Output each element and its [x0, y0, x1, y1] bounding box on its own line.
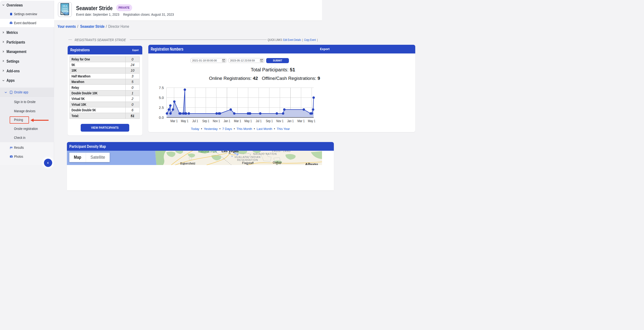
svg-text:National Park: National Park [198, 151, 217, 153]
svg-text:Jul 1: Jul 1 [256, 119, 262, 123]
svg-text:0.0: 0.0 [159, 116, 164, 119]
svg-text:Jan 1: Jan 1 [287, 119, 294, 123]
svg-text:Mar 1: Mar 1 [297, 119, 304, 123]
svg-text:Jan 1: Jan 1 [224, 119, 230, 123]
svg-text:2.5: 2.5 [159, 106, 164, 110]
svg-text:Nov 1: Nov 1 [276, 119, 284, 123]
svg-text:5.0: 5.0 [159, 96, 164, 100]
svg-text:May 1: May 1 [308, 119, 316, 123]
svg-text:HUALAPAI INDIAN: HUALAPAI INDIAN [234, 155, 261, 158]
svg-text:NAVAJO NATION: NAVAJO NATION [253, 152, 277, 155]
svg-text:TRUST LAND: TRUST LAND [272, 151, 291, 152]
svg-text:7.5: 7.5 [159, 86, 164, 90]
svg-text:Sea city series: Sea city series [64, 15, 69, 16]
svg-text:WATER: WATER [62, 8, 68, 9]
svg-text:RESERVATION: RESERVATION [237, 158, 258, 161]
svg-text:Mar 1: Mar 1 [170, 119, 178, 123]
svg-text:May 1: May 1 [244, 119, 252, 123]
svg-text:Nov 1: Nov 1 [213, 119, 220, 123]
svg-text:Mar 1: Mar 1 [234, 119, 241, 123]
svg-text:Bakersfield: Bakersfield [180, 162, 195, 165]
svg-text:STRIDE: STRIDE [62, 10, 68, 11]
svg-text:Sep 1: Sep 1 [202, 119, 210, 123]
svg-text:SEA: SEA [62, 5, 68, 7]
svg-text:May 1: May 1 [181, 119, 188, 123]
svg-text:Gallup: Gallup [273, 161, 282, 164]
svg-text:Jul 1: Jul 1 [192, 119, 198, 123]
svg-text:Albuqu: Albuqu [305, 162, 318, 165]
svg-text:Flagstaff: Flagstaff [242, 161, 254, 165]
svg-text:Sep 1: Sep 1 [266, 119, 273, 123]
